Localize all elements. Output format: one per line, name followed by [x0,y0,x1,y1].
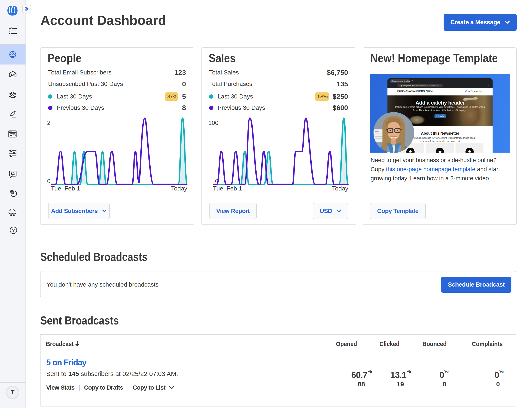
svg-text:?: ? [12,228,15,233]
